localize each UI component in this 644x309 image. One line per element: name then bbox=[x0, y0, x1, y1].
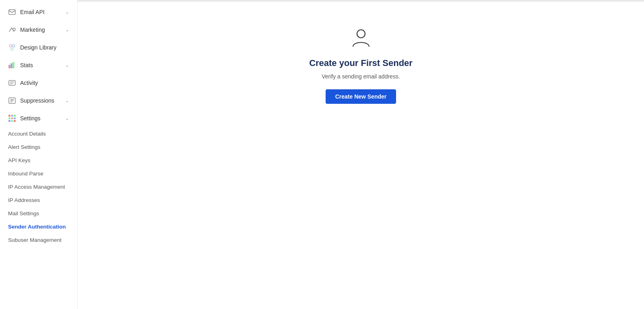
settings-icon bbox=[8, 114, 16, 122]
sidebar-item-email-api[interactable]: Email API ⌄ bbox=[0, 3, 77, 21]
sidebar-item-suppressions[interactable]: Suppressions ⌄ bbox=[0, 92, 77, 109]
email-api-chevron-icon: ⌄ bbox=[65, 9, 69, 15]
sidebar-sub-item-ip-addresses[interactable]: IP Addresses bbox=[0, 194, 77, 207]
settings-sub-menu: Account Details Alert Settings API Keys … bbox=[0, 127, 77, 247]
sidebar-sub-item-account-details[interactable]: Account Details bbox=[0, 127, 77, 140]
email-api-icon bbox=[8, 8, 16, 16]
sidebar-item-suppressions-label: Suppressions bbox=[20, 97, 54, 104]
svg-rect-7 bbox=[13, 62, 14, 68]
sender-person-icon bbox=[349, 26, 373, 50]
svg-point-4 bbox=[11, 48, 13, 50]
sidebar-item-stats[interactable]: Stats ⌄ bbox=[0, 56, 77, 74]
suppressions-icon bbox=[8, 97, 16, 105]
sidebar-item-settings[interactable]: Settings ⌄ bbox=[0, 109, 77, 127]
marketing-icon bbox=[8, 26, 16, 34]
suppressions-chevron-icon: ⌄ bbox=[65, 98, 69, 103]
empty-state-subtitle: Verify a sending email address. bbox=[322, 73, 400, 80]
svg-rect-5 bbox=[9, 65, 10, 68]
settings-chevron-icon: ⌄ bbox=[65, 115, 69, 121]
sidebar-item-email-api-label: Email API bbox=[20, 9, 45, 15]
sidebar: Email API ⌄ Marketing ⌄ Design Library bbox=[0, 0, 78, 309]
sidebar-sub-item-alert-settings[interactable]: Alert Settings bbox=[0, 140, 77, 154]
content-area: Create your First Sender Verify a sendin… bbox=[78, 2, 644, 309]
sidebar-item-design-library-label: Design Library bbox=[20, 44, 56, 51]
marketing-chevron-icon: ⌄ bbox=[65, 27, 69, 33]
stats-chevron-icon: ⌄ bbox=[65, 62, 69, 68]
sidebar-sub-item-inbound-parse[interactable]: Inbound Parse bbox=[0, 167, 77, 180]
stats-icon bbox=[8, 61, 16, 69]
main-content: Create your First Sender Verify a sendin… bbox=[78, 0, 644, 309]
sidebar-item-settings-label: Settings bbox=[20, 115, 41, 122]
sidebar-item-design-library[interactable]: Design Library bbox=[0, 39, 77, 56]
create-new-sender-button[interactable]: Create New Sender bbox=[326, 89, 396, 104]
sidebar-sub-item-ip-access-management[interactable]: IP Access Management bbox=[0, 180, 77, 194]
svg-point-2 bbox=[9, 45, 12, 47]
sidebar-sub-item-subuser-management[interactable]: Subuser Management bbox=[0, 233, 77, 247]
activity-icon bbox=[8, 79, 16, 87]
sidebar-sub-item-sender-authentication[interactable]: Sender Authentication bbox=[0, 220, 77, 233]
sidebar-item-marketing-label: Marketing bbox=[20, 27, 45, 33]
empty-state: Create your First Sender Verify a sendin… bbox=[309, 26, 413, 104]
svg-rect-6 bbox=[11, 64, 12, 68]
svg-point-15 bbox=[357, 30, 365, 38]
svg-rect-8 bbox=[9, 80, 15, 85]
empty-state-title: Create your First Sender bbox=[309, 58, 413, 68]
svg-rect-0 bbox=[9, 10, 15, 14]
sidebar-sub-item-mail-settings[interactable]: Mail Settings bbox=[0, 207, 77, 220]
sidebar-sub-item-api-keys[interactable]: API Keys bbox=[0, 154, 77, 167]
sidebar-item-marketing[interactable]: Marketing ⌄ bbox=[0, 21, 77, 39]
svg-point-1 bbox=[13, 28, 15, 31]
design-library-icon bbox=[8, 43, 16, 52]
svg-point-3 bbox=[12, 45, 15, 47]
sidebar-item-activity-label: Activity bbox=[20, 80, 38, 86]
sidebar-item-stats-label: Stats bbox=[20, 62, 33, 68]
sidebar-item-activity[interactable]: Activity bbox=[0, 74, 77, 92]
